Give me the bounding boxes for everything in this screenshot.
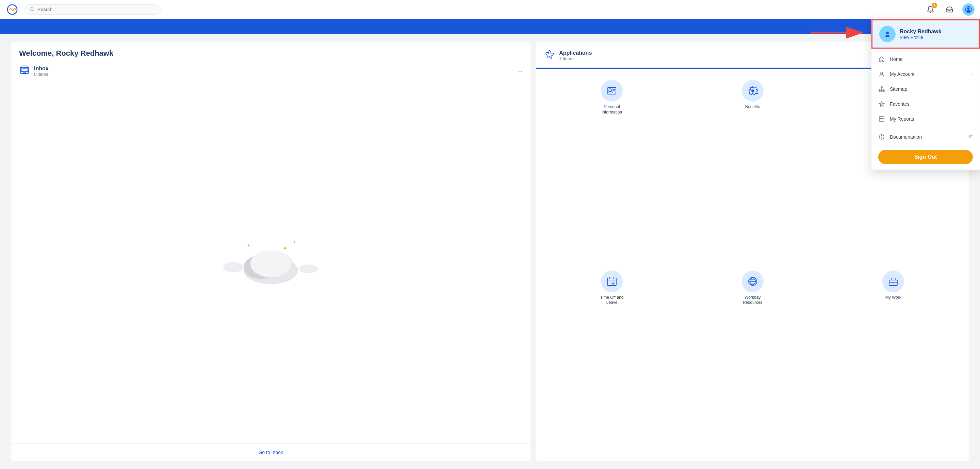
notifications-button[interactable]: 2	[924, 3, 937, 16]
app-item-workday-resources[interactable]: WorkdayResources	[684, 266, 822, 455]
svg-rect-38	[881, 87, 882, 88]
account-icon	[878, 71, 885, 77]
app-label-workday-resources: WorkdayResources	[743, 295, 762, 306]
time-off-icon	[601, 271, 623, 292]
main-content: Welcome, Rocky Redhawk Inbox 0 items ···	[0, 34, 980, 469]
applications-title: Applications	[559, 50, 592, 56]
workday-resources-icon	[742, 271, 764, 292]
dropdown-view-profile: View Profile	[900, 35, 942, 40]
user-dropdown-menu: Rocky Redhawk View Profile Home My Accou…	[871, 19, 980, 170]
top-navigation: 2	[0, 0, 980, 19]
signout-button[interactable]: Sign Out	[878, 150, 973, 164]
dropdown-sitemap-label: Sitemap	[890, 86, 973, 92]
documentation-icon	[878, 134, 885, 140]
cloud-illustration: ✦ ✦ ✦	[220, 236, 322, 287]
dropdown-profile[interactable]: Rocky Redhawk View Profile	[872, 19, 980, 49]
search-input[interactable]	[37, 7, 156, 12]
welcome-card: Welcome, Rocky Redhawk Inbox 0 items ···	[11, 42, 530, 461]
inbox-icon	[19, 65, 30, 78]
dropdown-divider-2	[872, 128, 980, 128]
welcome-greeting: Welcome, Rocky Redhawk	[19, 49, 522, 58]
app-item-benefits[interactable]: Benefits	[684, 76, 822, 264]
svg-text:✦: ✦	[247, 243, 250, 248]
search-icon	[30, 7, 35, 12]
dropdown-divider-1	[872, 50, 980, 50]
dropdown-documentation-label: Documentation	[890, 134, 964, 140]
svg-point-27	[612, 283, 614, 284]
app-item-time-off[interactable]: Time Off andLeave	[543, 266, 681, 455]
personal-info-icon	[601, 80, 623, 101]
app-label-benefits: Benefits	[745, 105, 760, 110]
my-work-icon	[882, 271, 904, 292]
applications-icon	[544, 49, 555, 62]
svg-point-14	[299, 265, 318, 273]
app-item-personal-info[interactable]: PersonalInformation	[543, 76, 681, 264]
inbox-header: Inbox 0 items ···	[11, 65, 530, 81]
svg-text:✦: ✦	[283, 246, 287, 251]
app-item-my-work[interactable]: My Work	[824, 266, 962, 455]
dropdown-item-my-account[interactable]: My Account ›	[872, 67, 980, 82]
svg-marker-47	[879, 101, 885, 107]
app-label-personal-info: PersonalInformation	[601, 105, 622, 115]
workday-logo[interactable]	[5, 3, 19, 16]
benefits-icon	[742, 80, 764, 101]
dropdown-item-sitemap[interactable]: Sitemap	[872, 82, 980, 97]
dropdown-home-label: Home	[890, 56, 973, 62]
svg-rect-34	[892, 282, 894, 284]
svg-line-1	[33, 10, 34, 11]
my-account-arrow: ›	[972, 72, 973, 76]
svg-point-16	[609, 89, 611, 92]
goto-inbox-link[interactable]: Go to Inbox	[258, 450, 283, 455]
user-avatar[interactable]	[962, 3, 975, 16]
home-icon	[878, 56, 885, 62]
svg-point-49	[880, 118, 881, 119]
search-bar[interactable]	[24, 5, 161, 14]
dropdown-favorites-label: Favorites	[890, 101, 973, 107]
nav-icons: 2	[924, 3, 975, 16]
svg-point-51	[883, 118, 883, 119]
favorites-icon	[878, 101, 885, 107]
svg-point-13	[223, 262, 243, 272]
dropdown-item-my-reports[interactable]: My Reports	[872, 111, 980, 127]
notification-count: 2	[932, 3, 937, 8]
svg-rect-39	[879, 90, 880, 92]
svg-point-12	[250, 250, 291, 277]
svg-rect-41	[883, 90, 885, 92]
dropdown-my-reports-label: My Reports	[890, 116, 973, 122]
svg-point-50	[881, 118, 882, 119]
more-options-button[interactable]: ···	[517, 68, 522, 75]
dropdown-avatar	[879, 26, 896, 42]
dropdown-item-home[interactable]: Home	[872, 52, 980, 67]
inbox-footer: Go to Inbox	[11, 444, 530, 461]
dropdown-item-favorites[interactable]: Favorites	[872, 97, 980, 111]
dropdown-user-name: Rocky Redhawk	[900, 29, 942, 35]
dropdown-item-documentation[interactable]: Documentation	[872, 130, 980, 144]
app-label-my-work: My Work	[885, 295, 901, 300]
svg-text:✦: ✦	[293, 240, 296, 244]
reports-icon	[878, 116, 885, 122]
svg-rect-40	[881, 90, 882, 92]
inbox-count: 0 items	[34, 72, 49, 77]
app-label-time-off: Time Off andLeave	[600, 295, 624, 306]
inbox-body: ✦ ✦ ✦	[11, 81, 530, 444]
applications-count: 7 items	[559, 56, 592, 61]
svg-point-54	[881, 136, 882, 136]
dropdown-my-account-label: My Account	[890, 71, 967, 77]
inbox-label: Inbox	[34, 66, 49, 72]
svg-point-37	[881, 72, 883, 74]
svg-point-36	[886, 32, 889, 34]
inbox-nav-button[interactable]	[943, 3, 956, 16]
red-arrow-indicator	[807, 24, 869, 41]
documentation-external-icon	[969, 135, 973, 140]
sitemap-icon	[878, 86, 885, 92]
welcome-header: Welcome, Rocky Redhawk	[11, 42, 530, 65]
